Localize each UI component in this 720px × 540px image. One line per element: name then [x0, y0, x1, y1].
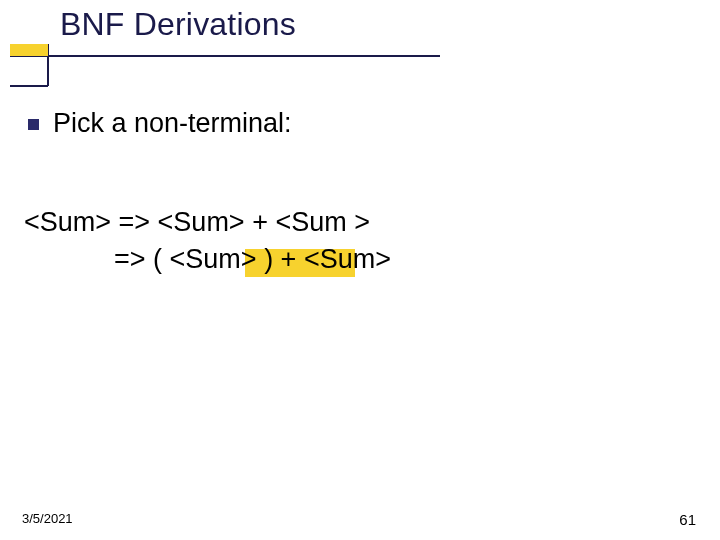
footer-page-number: 61 — [679, 511, 696, 528]
title-accent-block — [10, 44, 48, 56]
slide-title-wrap: BNF Derivations — [60, 6, 296, 43]
derivation-text-2b: ) + <Sum> — [257, 244, 391, 274]
bullet-item: Pick a non-terminal: — [28, 108, 292, 139]
slide-title: BNF Derivations — [60, 6, 296, 42]
derivation-text-2a: => ( — [114, 244, 170, 274]
derivation-indent — [24, 244, 114, 274]
title-rule-short — [10, 85, 48, 87]
title-rule-horizontal — [10, 55, 440, 57]
derivation-line-1: <Sum> => <Sum> + <Sum > — [24, 202, 370, 243]
derivation-text-1: <Sum> => <Sum> + <Sum > — [24, 207, 370, 237]
derivation-highlighted-term: <Sum> — [170, 244, 257, 274]
derivation-line-2: => ( <Sum> ) + <Sum> — [24, 244, 391, 275]
footer-date: 3/5/2021 — [22, 511, 73, 526]
slide: BNF Derivations Pick a non-terminal: <Su… — [0, 0, 720, 540]
bullet-square-icon — [28, 119, 39, 130]
bullet-text: Pick a non-terminal: — [53, 108, 292, 139]
